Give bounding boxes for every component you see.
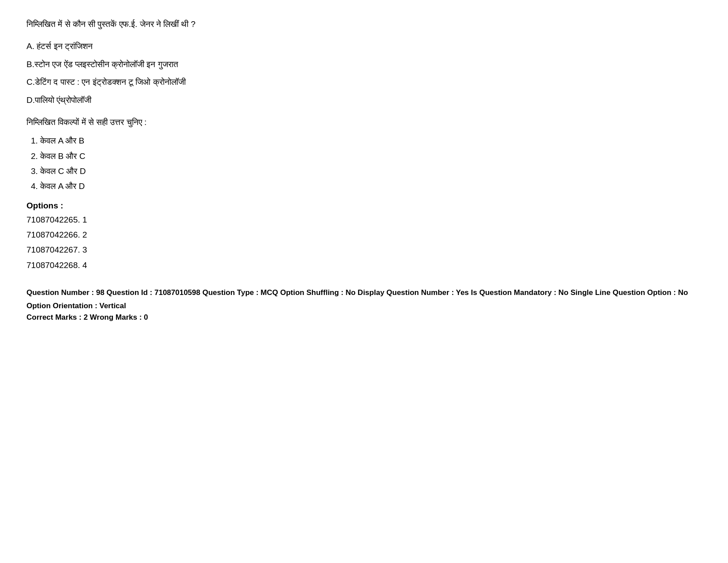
options-label: Options : (26, 201, 702, 211)
sub-question-text: निम्लिखित विकल्पों में से सही उत्तर चुनि… (26, 116, 702, 129)
option-b: B.स्टोन एज ऐंड प्लइस्टोसीन क्रोनोलॉजी इन… (26, 58, 702, 71)
meta-info: Question Number : 98 Question Id : 71087… (26, 286, 702, 313)
option-id-4: 71087042268. 4 (26, 258, 702, 273)
numbered-option-3: 3. केवल C और D (31, 164, 702, 179)
option-a: A. हंटर्स इन ट्रांजिशन (26, 40, 702, 53)
numbered-option-2: 2. केवल B और C (31, 149, 702, 164)
numbered-option-4: 4. केवल A और D (31, 179, 702, 194)
question-main-text: निम्लिखित में से कौन सी पुस्तकें एफ.ई. ज… (26, 18, 702, 31)
option-d: D.पालियो एंथ्रोपोलॉजी (26, 94, 702, 107)
marks-info: Correct Marks : 2 Wrong Marks : 0 (26, 313, 702, 322)
option-id-1: 71087042265. 1 (26, 212, 702, 227)
option-id-2: 71087042266. 2 (26, 227, 702, 242)
question-container: निम्लिखित में से कौन सी पुस्तकें एफ.ई. ज… (26, 18, 702, 322)
numbered-option-1: 1. केवल A और B (31, 133, 702, 148)
option-c: C.डेटिंग द पास्ट : एन इंट्रोडक्शन टू जिओ… (26, 76, 702, 89)
option-id-3: 71087042267. 3 (26, 242, 702, 257)
